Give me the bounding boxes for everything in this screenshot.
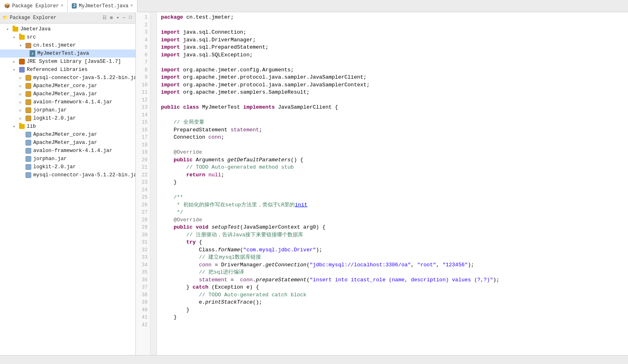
tree-label-lib-avalon: avalon-framework-4.1.4.jar (33, 148, 112, 154)
jre-icon (19, 58, 25, 65)
tree-label-package: cn.test.jmeter (33, 43, 76, 48)
folder-icon (12, 26, 19, 32)
jar-java-icon (25, 91, 32, 97)
view-menu-button[interactable]: ▾ (115, 15, 120, 21)
java-file-icon: J (72, 3, 77, 9)
collapse-all-button[interactable]: ☷ (101, 15, 108, 21)
arrow-jorphan: ▷ (19, 108, 25, 113)
arrow-src: ▾ (13, 35, 19, 40)
code-view[interactable]: package cn.test.jmeter; import java.sql.… (157, 12, 628, 355)
status-bar (0, 355, 628, 364)
tree-label-jre: JRE System Library [JavaSE-1.7] (27, 59, 121, 64)
jar-lib-jorphan-icon (25, 156, 32, 162)
arrow-package: ▾ (19, 43, 25, 48)
file-tree: ▾ JmeterJava ▾ src ▾ cn.test.jmeter (0, 24, 135, 355)
panel-explorer-icon: 📁 (2, 15, 8, 20)
editor-area: 1 2 3 4 5 6 7 8 9 10 11 12 13 14 15 16 1… (136, 12, 628, 355)
panel-actions: ☷ ⊞ ▾ — □ (101, 15, 133, 21)
tree-item-mysql-jar[interactable]: ▷ mysql-connector-java-5.1.22-bin.jar (0, 74, 135, 82)
tree-label-mysql: mysql-connector-java-5.1.22-bin.jar (33, 75, 135, 81)
tree-item-jorphan[interactable]: ▷ jorphan.jar (0, 106, 135, 114)
tree-label-lib-mysql: mysql-connector-java-5.1.22-bin.jar (33, 172, 135, 178)
tab-java-file-label: MyJmeterTest.java (79, 3, 128, 9)
tree-label-avalon: avalon-framework-4.1.4.jar (33, 99, 112, 105)
tree-label-apache-core: ApacheJMeter_core.jar (33, 83, 97, 89)
arrow-reflibs: ▾ (13, 68, 19, 72)
tab-package-explorer-close[interactable]: × (61, 4, 63, 8)
jar-logkit-icon (25, 115, 32, 122)
maximize-button[interactable]: □ (128, 15, 133, 21)
editor-gutter (150, 12, 157, 355)
tree-item-lib-mysql[interactable]: mysql-connector-java-5.1.22-bin.jar (0, 171, 135, 179)
folder-lib-icon (19, 123, 25, 130)
tree-item-reflibs[interactable]: ▾ Referenced Libraries (0, 66, 135, 74)
folder-src-icon (19, 34, 25, 41)
jar-lib-java-icon (25, 139, 32, 146)
tree-label-jorphan: jorphan.jar (33, 107, 67, 113)
tree-label-lib: lib (27, 124, 36, 129)
tree-item-lib-apache-core[interactable]: ApacheJMeter_core.jar (0, 131, 135, 139)
tree-item-apache-java[interactable]: ▷ ApacheJMeter_java.jar (0, 90, 135, 98)
tree-label-lib-logkit: logkit-2.0.jar (33, 164, 76, 170)
jar-jorphan-icon (25, 107, 32, 113)
arrow-logkit: ▷ (19, 116, 25, 121)
jar-lib-mysql-icon (25, 172, 32, 178)
arrow-jmeterjava: ▾ (6, 27, 12, 32)
tree-label-apache-java: ApacheJMeter_java.jar (33, 91, 97, 97)
tree-label-logkit: logkit-2.0.jar (33, 116, 76, 121)
tree-label-reflibs: Referenced Libraries (27, 67, 88, 73)
code-editor-panel: 1 2 3 4 5 6 7 8 9 10 11 12 13 14 15 16 1… (136, 12, 628, 355)
tree-label-lib-jorphan: jorphan.jar (33, 156, 67, 162)
tree-item-lib-jorphan[interactable]: jorphan.jar (0, 155, 135, 163)
tab-bar: 📦 Package Explorer × J MyJmeterTest.java… (0, 0, 628, 12)
arrow-lib: ▾ (13, 124, 19, 129)
tree-item-src[interactable]: ▾ src (0, 33, 135, 41)
tree-label-lib-apache-core: ApacheJMeter_core.jar (33, 132, 97, 137)
tab-java-file[interactable]: J MyJmeterTest.java × (68, 0, 137, 12)
tree-item-jre[interactable]: ▷ JRE System Library [JavaSE-1.7] (0, 58, 135, 66)
tab-package-explorer-label: Package Explorer (12, 3, 59, 9)
tree-item-avalon[interactable]: ▷ avalon-framework-4.1.4.jar (0, 98, 135, 106)
jar-mysql-icon (25, 75, 32, 81)
arrow-apache-core: ▷ (19, 84, 25, 88)
tab-java-file-close[interactable]: × (131, 4, 133, 8)
tree-label-lib-apache-java: ApacheJMeter_java.jar (33, 140, 97, 146)
java-icon: J (29, 50, 36, 57)
arrow-apache-java: ▷ (19, 92, 25, 96)
tree-item-lib-logkit[interactable]: logkit-2.0.jar (0, 163, 135, 171)
tree-label-jmeterjava: JmeterJava (20, 26, 51, 32)
tree-item-lib-apache-java[interactable]: ApacheJMeter_java.jar (0, 139, 135, 147)
tree-item-lib[interactable]: ▾ lib (0, 122, 135, 131)
tree-label-main-java: MyJmeterTest.java (37, 51, 89, 56)
panel-header: 📁 Package Explorer ☷ ⊞ ▾ — □ (0, 12, 135, 24)
link-editor-button[interactable]: ⊞ (109, 15, 114, 21)
jar-avalon-icon (25, 99, 32, 105)
package-explorer-panel: 📁 Package Explorer ☷ ⊞ ▾ — □ ▾ JmeterJav… (0, 12, 136, 355)
main-area: 📁 Package Explorer ☷ ⊞ ▾ — □ ▾ JmeterJav… (0, 12, 628, 355)
arrow-avalon: ▷ (19, 100, 25, 105)
tab-package-explorer[interactable]: 📦 Package Explorer × (0, 0, 68, 12)
tree-label-src: src (27, 34, 36, 40)
tree-item-lib-avalon[interactable]: avalon-framework-4.1.4.jar (0, 147, 135, 155)
jar-core-icon (25, 83, 32, 89)
jar-lib-core-icon (25, 131, 32, 138)
jar-lib-logkit-icon (25, 164, 32, 170)
arrow-jre: ▷ (13, 60, 19, 64)
tree-item-package[interactable]: ▾ cn.test.jmeter (0, 41, 135, 49)
package-explorer-icon: 📦 (4, 3, 10, 9)
tree-item-logkit[interactable]: ▷ logkit-2.0.jar (0, 114, 135, 122)
reflib-icon (19, 66, 25, 73)
tree-item-jmeterjava[interactable]: ▾ JmeterJava (0, 25, 135, 33)
arrow-mysql: ▷ (19, 76, 25, 80)
tree-item-apache-core[interactable]: ▷ ApacheJMeter_core.jar (0, 82, 135, 90)
tree-item-main-java[interactable]: J MyJmeterTest.java (0, 49, 135, 58)
jar-lib-avalon-icon (25, 148, 32, 154)
panel-title: 📁 Package Explorer (2, 15, 56, 21)
line-numbers: 1 2 3 4 5 6 7 8 9 10 11 12 13 14 15 16 1… (136, 12, 150, 355)
minimize-button[interactable]: — (122, 15, 127, 21)
package-icon (25, 42, 32, 49)
